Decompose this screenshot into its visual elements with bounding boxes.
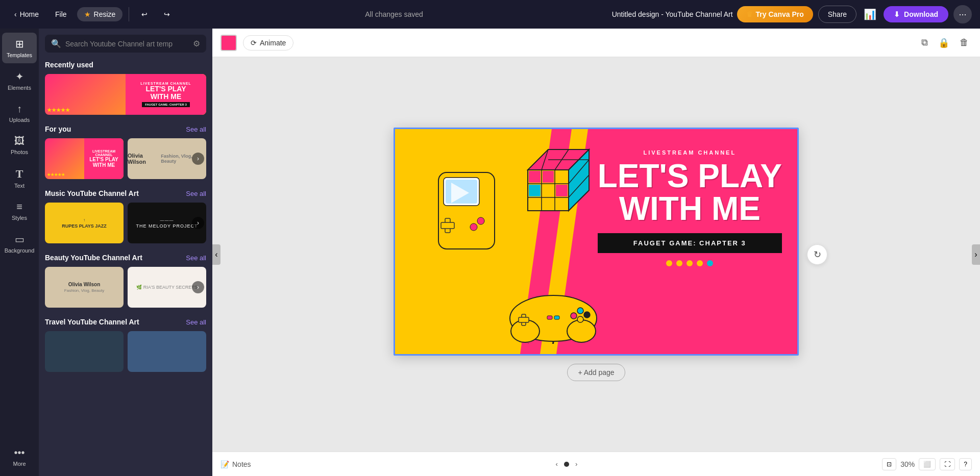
document-title: Untitled design - YouTube Channel Art [612, 10, 733, 18]
resize-label: Resize [94, 10, 116, 18]
template-card-travel2[interactable] [128, 331, 206, 372]
elements-icon: ✦ [15, 70, 24, 83]
share-button[interactable]: Share [818, 6, 856, 23]
analytics-icon[interactable]: 📊 [862, 6, 878, 22]
copy-button[interactable]: ⧉ [918, 34, 931, 52]
svg-rect-23 [556, 171, 568, 183]
copy-icon: ⧉ [921, 37, 928, 47]
file-button[interactable]: File [49, 7, 73, 21]
template-card-olivia[interactable]: Olivia WilsonFashion, Vlog, Beauty › [128, 138, 206, 179]
canvas-scroll-area[interactable]: ⧉ ✚ [212, 57, 980, 452]
sidebar-item-uploads-label: Uploads [9, 117, 30, 123]
rubik-cube-illustration [523, 144, 594, 216]
ellipsis-icon: ··· [959, 9, 966, 20]
template-card-beauty1[interactable]: Olivia Wilson Fashion, Vlog, Beauty [45, 267, 124, 308]
delete-button[interactable]: 🗑 [957, 34, 972, 52]
nav-right-actions: ♛ Try Canva Pro Share 📊 ⬇ Download ··· [737, 5, 972, 23]
home-button[interactable]: ‹ Home [8, 7, 45, 21]
gameboy-illustration [436, 170, 497, 252]
search-icon: 🔍 [51, 39, 61, 48]
template-card-jazz[interactable]: ↑ RUPES PLAYS JAZZ [45, 203, 124, 243]
canvas-dots [598, 260, 782, 266]
template-card-travel1[interactable] [45, 331, 124, 372]
notes-button[interactable]: 📝 Notes [220, 460, 251, 468]
svg-rect-25 [543, 185, 554, 196]
sidebar-item-templates[interactable]: ⊞ Templates [2, 33, 37, 63]
animate-button[interactable]: ⟳ Animate [243, 35, 293, 51]
download-icon: ⬇ [894, 10, 900, 18]
timeline-prev[interactable]: ‹ [555, 460, 557, 468]
music-title: Music YouTube Channel Art [45, 189, 139, 197]
for-you-see-all[interactable]: See all [186, 126, 206, 133]
template-card-recently-used[interactable]: LIVESTREAM CHANNEL LET'S PLAYWITH ME FAU… [45, 74, 206, 115]
design-canvas[interactable]: LIVESTREAM CHANNEL LET'S PLAY WITH ME FA… [394, 128, 799, 356]
hide-panel-button[interactable]: ‹ [208, 240, 212, 265]
search-input[interactable] [65, 40, 189, 48]
sidebar-item-text[interactable]: T Text [2, 162, 37, 194]
zoom-controls: ⊡ 30% ⬜ ⛶ ? [882, 458, 972, 470]
sidebar-item-background-label: Background [5, 247, 35, 254]
notes-icon: 📝 [220, 460, 229, 468]
travel-grid [45, 331, 206, 372]
text-icon: T [16, 167, 23, 181]
more-options-button[interactable]: ··· [953, 5, 972, 23]
music-grid: ↑ RUPES PLAYS JAZZ ——— THE MELODY PROJEC… [45, 203, 206, 243]
scroll-right-indicator[interactable]: › [972, 244, 980, 265]
template-card-melody[interactable]: ——— THE MELODY PROJECT › [128, 203, 206, 243]
color-swatch[interactable] [220, 35, 237, 51]
canvas-chapter-box: FAUGET GAME: CHAPTER 3 [598, 233, 782, 253]
canvas-title-line2: WITH ME [598, 192, 782, 225]
timeline-next[interactable]: › [575, 460, 577, 468]
template-card-beauty2[interactable]: 🌿 RIA'S BEAUTY SECRETS › [128, 267, 206, 308]
for-you-grid: LIVESTREAM CHANNEL LET'S PLAYWITH ME ★★★… [45, 138, 206, 179]
canvas-dot-3 [687, 260, 693, 266]
sidebar-item-styles[interactable]: ≡ Styles [2, 196, 37, 226]
sidebar-item-uploads[interactable]: ↑ Uploads [2, 98, 37, 128]
fullscreen-button[interactable]: ⛶ [940, 458, 955, 470]
timeline-controls: ‹ › [257, 460, 876, 468]
sidebar-item-elements[interactable]: ✦ Elements [2, 65, 37, 96]
svg-point-35 [584, 312, 590, 318]
canvas-title-line1: LET'S PLAY [598, 160, 782, 192]
add-page-button[interactable]: + Add page [567, 364, 625, 381]
next-beauty-arrow[interactable]: › [192, 281, 204, 293]
more-icon: ••• [14, 447, 24, 459]
zoom-page-button[interactable]: ⬜ [919, 458, 936, 470]
for-you-title: For you [45, 125, 71, 133]
scroll-left-indicator[interactable]: ‹ [212, 244, 220, 265]
canvas-toolbar-right: ⧉ 🔒 🗑 [918, 34, 972, 52]
share-label: Share [828, 10, 847, 18]
travel-see-all[interactable]: See all [186, 318, 206, 326]
svg-rect-26 [556, 185, 568, 196]
top-navigation: ‹ Home File ★ Resize ↩ ↪ All changes sav… [0, 0, 980, 29]
redo-button[interactable]: ↪ [158, 7, 176, 21]
template-card-gaming[interactable]: LIVESTREAM CHANNEL LET'S PLAYWITH ME ★★★… [45, 138, 124, 179]
bottom-bar: 📝 Notes ‹ › ⊡ 30% ⬜ ⛶ ? [212, 452, 980, 476]
canvas-area: ⟳ Animate ⧉ 🔒 🗑 ⧉ ✚ [212, 29, 980, 476]
undo-button[interactable]: ↩ [135, 7, 154, 21]
music-see-all[interactable]: See all [186, 190, 206, 197]
background-icon: ▭ [15, 233, 24, 245]
resize-button[interactable]: ★ Resize [77, 7, 123, 21]
lock-button[interactable]: 🔒 [935, 34, 952, 52]
svg-rect-31 [519, 317, 529, 322]
sidebar-item-more[interactable]: ••• More [2, 442, 37, 472]
next-template-arrow[interactable]: › [192, 153, 204, 165]
download-button[interactable]: ⬇ Download [884, 6, 948, 22]
filter-icon[interactable]: ⚙ [193, 39, 200, 48]
svg-point-29 [567, 320, 596, 342]
sidebar-item-more-label: More [13, 461, 26, 467]
zoom-out-button[interactable]: ⊡ [882, 458, 896, 470]
left-sidebar: ⊞ Templates ✦ Elements ↑ Uploads 🖼 Photo… [0, 29, 39, 476]
sidebar-item-background[interactable]: ▭ Background [2, 228, 37, 259]
recently-used-title: Recently used [45, 61, 93, 69]
sidebar-item-photos[interactable]: 🖼 Photos [2, 130, 37, 160]
beauty-grid: Olivia Wilson Fashion, Vlog, Beauty 🌿 RI… [45, 267, 206, 308]
canvas-refresh-button[interactable]: ↻ [807, 244, 827, 265]
canvas-subtitle: LIVESTREAM CHANNEL [598, 149, 782, 156]
help-button[interactable]: ? [959, 458, 972, 470]
next-music-arrow[interactable]: › [192, 217, 204, 229]
beauty-see-all[interactable]: See all [186, 254, 206, 262]
try-pro-button[interactable]: ♛ Try Canva Pro [737, 6, 813, 22]
svg-point-6 [477, 217, 484, 224]
